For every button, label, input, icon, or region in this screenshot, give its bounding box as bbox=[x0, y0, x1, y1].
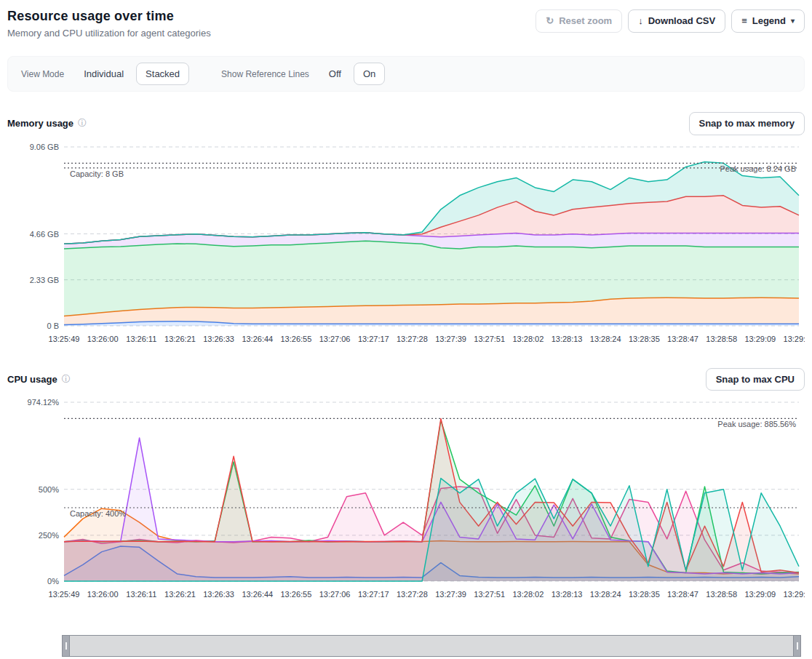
snap-max-memory-button[interactable]: Snap to max memory bbox=[689, 112, 805, 135]
svg-text:13:27:17: 13:27:17 bbox=[358, 335, 389, 343]
svg-text:13:27:28: 13:27:28 bbox=[397, 590, 428, 599]
cpu-title-text: CPU usage bbox=[7, 374, 57, 385]
cpu-info-icon[interactable]: ⓘ bbox=[62, 373, 71, 386]
svg-text:13:27:17: 13:27:17 bbox=[358, 590, 389, 599]
svg-text:13:28:47: 13:28:47 bbox=[667, 590, 698, 599]
svg-text:13:26:11: 13:26:11 bbox=[126, 590, 156, 599]
svg-text:13:28:13: 13:28:13 bbox=[552, 335, 583, 343]
svg-text:9.06 GB: 9.06 GB bbox=[30, 143, 59, 151]
svg-text:13:25:49: 13:25:49 bbox=[49, 335, 80, 343]
memory-usage-chart[interactable]: 9.06 GB4.66 GB2.33 GB0 BCapacity: 8 GBPe… bbox=[7, 138, 805, 348]
svg-text:13:26:44: 13:26:44 bbox=[242, 590, 273, 599]
page-subtitle: Memory and CPU utilization for agent cat… bbox=[7, 28, 211, 39]
reset-zoom-icon: ↻ bbox=[546, 16, 554, 25]
snap-max-cpu-label: Snap to max CPU bbox=[716, 374, 795, 386]
download-csv-button[interactable]: ↓ Download CSV bbox=[628, 9, 725, 33]
memory-section-title: Memory usage ⓘ bbox=[7, 117, 87, 129]
svg-text:13:26:21: 13:26:21 bbox=[164, 590, 196, 599]
snap-max-cpu-button[interactable]: Snap to max CPU bbox=[706, 368, 805, 391]
page-title: Resource usage over time bbox=[7, 9, 211, 24]
snap-max-memory-label: Snap to max memory bbox=[699, 118, 795, 129]
reset-zoom-button[interactable]: ↻ Reset zoom bbox=[536, 9, 622, 33]
svg-text:13:26:11: 13:26:11 bbox=[126, 335, 156, 343]
svg-text:13:26:21: 13:26:21 bbox=[164, 335, 196, 343]
resource-usage-panel: Resource usage over time Memory and CPU … bbox=[0, 0, 812, 659]
reference-lines-off[interactable]: Off bbox=[319, 63, 351, 85]
svg-text:13:27:51: 13:27:51 bbox=[474, 335, 505, 343]
reference-lines-label: Show Reference Lines bbox=[221, 69, 309, 79]
time-range-brush[interactable] bbox=[62, 635, 801, 657]
svg-text:13:27:39: 13:27:39 bbox=[435, 335, 466, 343]
chevron-down-icon: ▾ bbox=[791, 17, 795, 25]
download-icon: ↓ bbox=[638, 16, 643, 25]
svg-text:13:26:00: 13:26:00 bbox=[87, 335, 119, 343]
svg-text:13:28:58: 13:28:58 bbox=[706, 590, 737, 599]
memory-title-text: Memory usage bbox=[7, 118, 73, 129]
cpu-usage-chart[interactable]: 974.12%500%250%0%Capacity: 400%Peak usag… bbox=[7, 394, 805, 603]
svg-text:Capacity: 400%: Capacity: 400% bbox=[70, 509, 126, 518]
brush-handle-right[interactable] bbox=[793, 636, 800, 656]
svg-text:Capacity: 8 GB: Capacity: 8 GB bbox=[70, 169, 124, 177]
svg-text:13:27:06: 13:27:06 bbox=[319, 590, 351, 599]
svg-text:13:28:24: 13:28:24 bbox=[590, 590, 621, 599]
view-mode-stacked[interactable]: Stacked bbox=[136, 63, 189, 85]
download-csv-label: Download CSV bbox=[648, 15, 715, 27]
svg-text:13:27:06: 13:27:06 bbox=[319, 335, 351, 343]
svg-text:4.66 GB: 4.66 GB bbox=[30, 229, 59, 238]
cpu-section-header: CPU usage ⓘ Snap to max CPU bbox=[7, 368, 805, 391]
svg-text:Peak usage: 885.56%: Peak usage: 885.56% bbox=[717, 420, 796, 429]
svg-text:13:28:24: 13:28:24 bbox=[590, 335, 621, 343]
svg-text:13:27:51: 13:27:51 bbox=[474, 590, 505, 599]
view-mode-individual[interactable]: Individual bbox=[74, 63, 133, 85]
legend-icon: ≡ bbox=[741, 16, 747, 25]
svg-text:13:29:09: 13:29:09 bbox=[744, 335, 776, 343]
memory-section-header: Memory usage ⓘ Snap to max memory bbox=[7, 112, 805, 135]
svg-text:13:29:24: 13:29:24 bbox=[784, 590, 805, 599]
svg-text:Peak usage: 8.24 GB: Peak usage: 8.24 GB bbox=[720, 164, 796, 173]
brush-handle-left[interactable] bbox=[63, 636, 70, 656]
memory-info-icon[interactable]: ⓘ bbox=[78, 117, 87, 129]
svg-text:0%: 0% bbox=[47, 577, 59, 586]
header-text: Resource usage over time Memory and CPU … bbox=[7, 7, 211, 39]
svg-text:13:28:02: 13:28:02 bbox=[512, 590, 544, 599]
view-mode-label: View Mode bbox=[21, 69, 64, 79]
svg-text:0 B: 0 B bbox=[47, 321, 59, 330]
legend-label: Legend bbox=[752, 15, 786, 27]
svg-text:13:29:09: 13:29:09 bbox=[744, 590, 776, 599]
svg-text:13:27:28: 13:27:28 bbox=[397, 335, 428, 343]
cpu-section-title: CPU usage ⓘ bbox=[7, 373, 71, 386]
svg-text:13:26:00: 13:26:00 bbox=[87, 590, 119, 599]
page-header: Resource usage over time Memory and CPU … bbox=[7, 7, 805, 39]
svg-text:13:26:33: 13:26:33 bbox=[203, 335, 234, 343]
svg-text:13:28:13: 13:28:13 bbox=[552, 590, 583, 599]
svg-text:13:25:49: 13:25:49 bbox=[49, 590, 80, 599]
svg-text:974.12%: 974.12% bbox=[28, 398, 60, 407]
svg-text:13:29:24: 13:29:24 bbox=[784, 335, 805, 343]
svg-text:13:28:47: 13:28:47 bbox=[667, 335, 698, 343]
svg-text:13:28:58: 13:28:58 bbox=[706, 335, 737, 343]
svg-text:13:28:35: 13:28:35 bbox=[629, 590, 660, 599]
reference-lines-on[interactable]: On bbox=[354, 63, 385, 85]
svg-text:250%: 250% bbox=[39, 531, 59, 540]
svg-text:13:26:55: 13:26:55 bbox=[280, 335, 311, 343]
legend-button[interactable]: ≡ Legend ▾ bbox=[731, 9, 805, 33]
reset-zoom-label: Reset zoom bbox=[559, 15, 612, 27]
svg-text:13:27:39: 13:27:39 bbox=[435, 590, 466, 599]
svg-text:13:26:44: 13:26:44 bbox=[242, 335, 273, 343]
svg-text:500%: 500% bbox=[39, 485, 59, 494]
header-actions: ↻ Reset zoom ↓ Download CSV ≡ Legend ▾ bbox=[536, 9, 805, 33]
svg-text:2.33 GB: 2.33 GB bbox=[30, 275, 59, 284]
svg-text:13:28:02: 13:28:02 bbox=[512, 335, 544, 343]
svg-text:13:28:35: 13:28:35 bbox=[629, 335, 660, 343]
svg-text:13:26:33: 13:26:33 bbox=[203, 590, 234, 599]
chart-controls-bar: View Mode Individual Stacked Show Refere… bbox=[7, 56, 805, 92]
svg-text:13:26:55: 13:26:55 bbox=[280, 590, 311, 599]
